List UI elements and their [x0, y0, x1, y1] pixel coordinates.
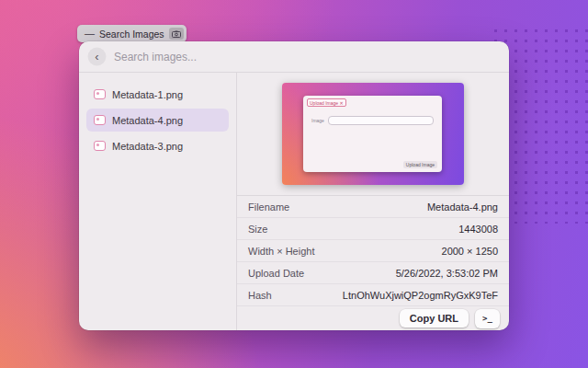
launcher-label: Search Images	[99, 29, 164, 40]
meta-label: Upload Date	[248, 268, 304, 279]
table-row: Width × Height 2000 × 1250	[237, 240, 509, 262]
mini-titlebar: Upload Image ✕	[303, 96, 442, 109]
preview-area: Upload Image ✕ Image Upload Image	[237, 73, 509, 195]
metadata-table: Filename Metadata-4.png Size 1443008 Wid…	[237, 195, 509, 306]
meta-value: 1443008	[458, 224, 498, 235]
file-label: Metadata-4.png	[112, 115, 183, 126]
search-bar[interactable]: ‹ Search images...	[79, 41, 509, 73]
back-button[interactable]: ‹	[88, 48, 106, 65]
mini-field-label: Image	[311, 118, 324, 123]
preview-mini-window: Upload Image ✕ Image Upload Image	[303, 96, 442, 172]
mini-title-tag: Upload Image ✕	[307, 98, 346, 107]
mini-upload-button: Upload Image	[403, 161, 437, 168]
meta-label: Width × Height	[248, 246, 314, 257]
image-file-icon	[94, 141, 106, 151]
file-label: Metadata-1.png	[112, 89, 183, 100]
list-item[interactable]: Metadata-3.png	[86, 134, 229, 157]
image-file-icon	[94, 115, 106, 125]
file-list: Metadata-1.png Metadata-4.png Metadata-3…	[79, 73, 237, 330]
image-file-icon	[94, 89, 106, 99]
mini-input-field	[328, 116, 434, 125]
list-item[interactable]: Metadata-4.png	[86, 109, 229, 132]
meta-value: 5/26/2022, 3:53:02 PM	[396, 268, 498, 279]
dash-icon: —	[85, 29, 95, 39]
camera-icon	[169, 28, 184, 40]
list-item[interactable]: Metadata-1.png	[86, 83, 229, 106]
table-row: Size 1443008	[237, 218, 509, 240]
search-images-window: ‹ Search images... Metadata-1.png Metada…	[79, 41, 509, 330]
meta-value: 2000 × 1250	[442, 246, 498, 257]
table-row: Filename Metadata-4.png	[237, 196, 509, 218]
mini-form-row: Image	[311, 116, 434, 125]
meta-value: Metadata-4.png	[427, 201, 498, 213]
image-preview: Upload Image ✕ Image Upload Image	[282, 83, 464, 185]
meta-value: LtnOhWuXjwiQP2ogmRyGxK9TeF	[343, 290, 498, 301]
terminal-icon[interactable]: >_	[475, 309, 500, 328]
search-images-launcher[interactable]: — Search Images	[77, 25, 187, 42]
detail-panel: Upload Image ✕ Image Upload Image Filena…	[237, 73, 509, 330]
search-input[interactable]: Search images...	[114, 51, 197, 63]
meta-label: Filename	[248, 201, 289, 213]
window-content: Metadata-1.png Metadata-4.png Metadata-3…	[79, 73, 509, 330]
copy-url-button[interactable]: Copy URL	[400, 309, 469, 328]
table-row: Upload Date 5/26/2022, 3:53:02 PM	[237, 262, 509, 284]
meta-label: Size	[248, 224, 267, 235]
meta-label: Hash	[248, 290, 272, 301]
action-footer: Copy URL >_	[237, 306, 509, 330]
table-row: Hash LtnOhWuXjwiQP2ogmRyGxK9TeF	[237, 284, 509, 306]
file-label: Metadata-3.png	[112, 141, 183, 152]
